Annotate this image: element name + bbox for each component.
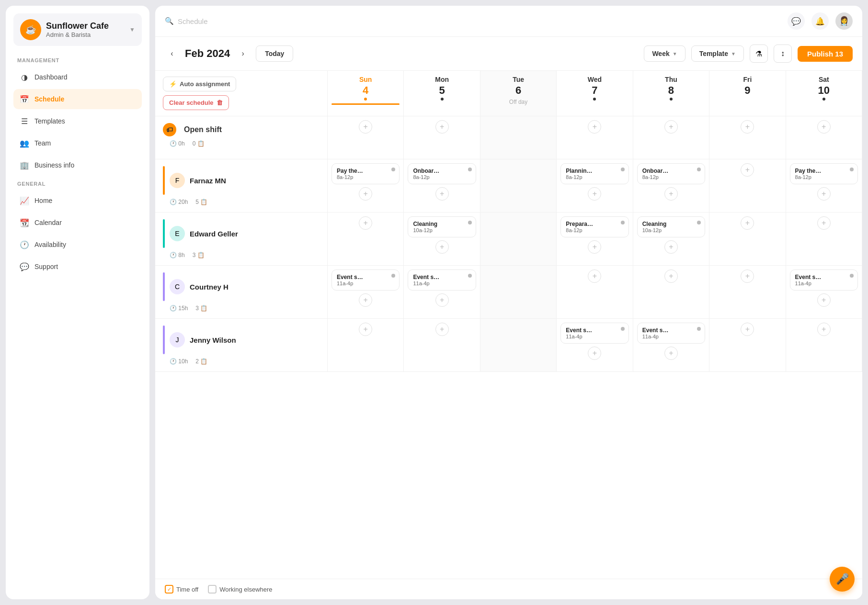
cell-open-shift-wed: + xyxy=(557,116,633,159)
add-shift-button[interactable]: + xyxy=(435,323,449,336)
sidebar-item-support[interactable]: 💬 Support xyxy=(13,257,142,277)
add-shift-button[interactable]: + xyxy=(588,120,601,134)
workspace-card[interactable]: ☕ Sunflower Cafe Admin & Barista ▼ xyxy=(13,13,142,46)
shift-card[interactable]: Pay the…8a-12p xyxy=(790,163,858,184)
shift-title: Event s… xyxy=(566,327,623,334)
sort-button[interactable]: ↕ xyxy=(774,45,792,63)
chat-button[interactable]: 💬 xyxy=(788,12,805,30)
workspace-chevron-icon: ▼ xyxy=(129,26,135,33)
day-header-sun: Sun4 xyxy=(328,71,404,116)
person-row: CCourtney H xyxy=(163,272,320,301)
shift-card[interactable]: Event s…11a-4p xyxy=(637,323,705,344)
add-shift-button[interactable]: + xyxy=(359,293,372,307)
shift-card[interactable]: Cleaning10a-12p xyxy=(637,216,705,237)
shift-time: 10a-12p xyxy=(642,227,700,233)
add-shift-button[interactable]: + xyxy=(741,163,754,177)
add-shift-button[interactable]: + xyxy=(359,187,372,201)
add-shift-button[interactable]: + xyxy=(817,323,831,336)
add-shift-button[interactable]: + xyxy=(588,187,601,201)
add-shift-button[interactable]: + xyxy=(664,240,678,254)
day-header-sat: Sat10 xyxy=(786,71,862,116)
search-bar[interactable]: 🔍 Schedule xyxy=(165,17,782,25)
cell-jenny-thu: Event s…11a-4p+ xyxy=(633,319,709,372)
cell-open-shift-fri: + xyxy=(709,116,786,159)
shift-card[interactable]: Event s…11a-4p xyxy=(790,269,858,291)
next-week-button[interactable]: › xyxy=(236,46,250,61)
sidebar-item-business[interactable]: 🏢 Business info xyxy=(13,155,142,175)
fab-button[interactable]: 🎤 xyxy=(830,567,855,592)
add-shift-button[interactable]: + xyxy=(435,240,449,254)
cell-courtney-sat: Event s…11a-4p+ xyxy=(786,266,862,319)
dashboard-icon: ◑ xyxy=(19,72,30,82)
add-shift-button[interactable]: + xyxy=(359,120,372,134)
clear-schedule-button[interactable]: Clear schedule 🗑 xyxy=(163,95,229,110)
add-shift-button[interactable]: + xyxy=(817,216,831,230)
add-shift-button[interactable]: + xyxy=(664,269,678,283)
shift-card[interactable]: Pay the…8a-12p xyxy=(331,163,400,184)
day-dot xyxy=(441,98,444,101)
sidebar-item-schedule[interactable]: 📅 Schedule xyxy=(13,89,142,109)
prev-week-button[interactable]: ‹ xyxy=(165,46,179,61)
sidebar-item-team[interactable]: 👥 Team xyxy=(13,133,142,153)
cell-farnaz-sun: Pay the…8a-12p+ xyxy=(328,159,404,213)
sidebar-item-availability[interactable]: 🕐 Availability xyxy=(13,235,142,255)
day-header-thu: Thu8 xyxy=(633,71,709,116)
add-shift-button[interactable]: + xyxy=(817,187,831,201)
add-shift-button[interactable]: + xyxy=(664,187,678,201)
working-elsewhere-box xyxy=(208,585,217,594)
add-shift-button[interactable]: + xyxy=(741,216,754,230)
notifications-button[interactable]: 🔔 xyxy=(811,12,829,30)
week-dropdown[interactable]: Week ▼ xyxy=(644,45,685,62)
add-shift-button[interactable]: + xyxy=(435,120,449,134)
cell-courtney-wed: + xyxy=(557,266,633,319)
add-shift-button[interactable]: + xyxy=(435,187,449,201)
add-shift-button[interactable]: + xyxy=(817,120,831,134)
auto-assignment-button[interactable]: ⚡ Auto assignment xyxy=(163,77,236,91)
sidebar-item-home[interactable]: 📈 Home xyxy=(13,190,142,211)
sidebar-item-dashboard[interactable]: ◑ Dashboard xyxy=(13,67,142,87)
add-shift-button[interactable]: + xyxy=(741,269,754,283)
add-shift-button[interactable]: + xyxy=(588,240,601,254)
bell-icon: 🔔 xyxy=(815,17,825,26)
shift-card[interactable]: Onboar…8a-12p xyxy=(408,163,476,184)
add-shift-button[interactable]: + xyxy=(741,120,754,134)
sidebar-item-calendar[interactable]: 📆 Calendar xyxy=(13,213,142,233)
add-shift-button[interactable]: + xyxy=(588,347,601,360)
add-shift-button[interactable]: + xyxy=(435,293,449,307)
add-shift-button[interactable]: + xyxy=(359,323,372,336)
publish-button[interactable]: Publish 13 xyxy=(798,46,853,62)
cell-courtney-sun: Event s…11a-4p+ xyxy=(328,266,404,319)
shift-time: 8a-12p xyxy=(566,227,623,233)
shift-title: Event s… xyxy=(413,274,470,280)
add-shift-button[interactable]: + xyxy=(588,269,601,283)
template-dropdown[interactable]: Template ▼ xyxy=(691,45,744,62)
add-shift-button[interactable]: + xyxy=(741,323,754,336)
shift-card[interactable]: Onboar…8a-12p xyxy=(637,163,705,184)
shift-dot xyxy=(391,274,395,278)
sidebar-item-templates[interactable]: ☰ Templates xyxy=(13,111,142,131)
open-shift-label: 🏷Open shift xyxy=(163,123,320,136)
day-header-mon: Mon5 xyxy=(404,71,480,116)
add-shift-button[interactable]: + xyxy=(359,216,372,230)
add-shift-button[interactable]: + xyxy=(817,293,831,307)
cell-edward-thu: Cleaning10a-12p+ xyxy=(633,213,709,266)
cell-open-shift-tue xyxy=(480,116,557,159)
shift-card[interactable]: Event s…11a-4p xyxy=(560,323,628,344)
shift-card[interactable]: Plannin…8a-12p xyxy=(560,163,628,184)
day-number: 4 xyxy=(331,84,400,97)
shift-card[interactable]: Cleaning10a-12p xyxy=(408,216,476,237)
working-elsewhere-legend: Working elsewhere xyxy=(208,585,272,594)
shift-time: 11a-4p xyxy=(413,280,470,286)
sidebar-item-label: Home xyxy=(34,197,52,204)
shift-card[interactable]: Event s…11a-4p xyxy=(331,269,400,291)
today-button[interactable]: Today xyxy=(256,45,293,62)
user-avatar[interactable]: 👩‍⚕️ xyxy=(835,12,853,30)
add-shift-button[interactable]: + xyxy=(664,120,678,134)
shift-card[interactable]: Prepara…8a-12p xyxy=(560,216,628,237)
add-shift-button[interactable]: + xyxy=(664,347,678,360)
management-section-label: MANAGEMENT xyxy=(13,54,142,65)
shift-card[interactable]: Event s…11a-4p xyxy=(408,269,476,291)
shift-title: Plannin… xyxy=(566,168,623,174)
workspace-avatar: ☕ xyxy=(20,19,41,40)
filter-button[interactable]: ⚗ xyxy=(750,45,768,63)
